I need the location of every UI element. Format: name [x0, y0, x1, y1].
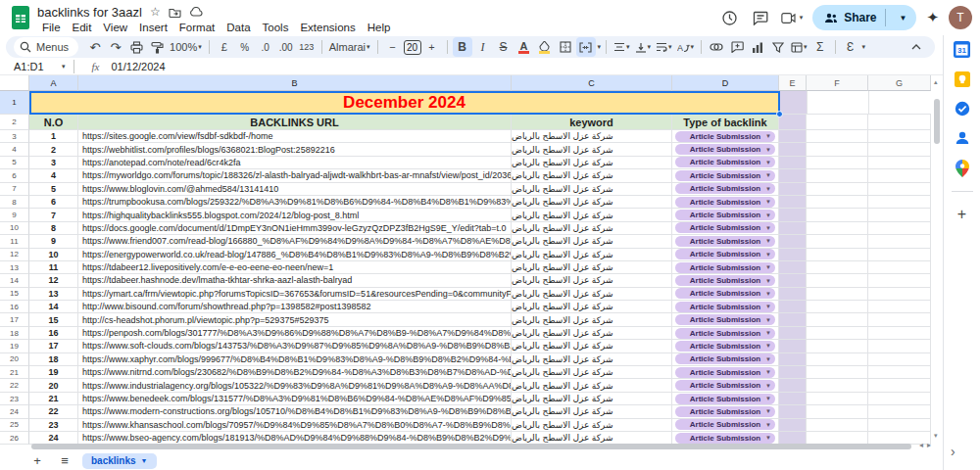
contacts-icon[interactable]: [955, 130, 970, 146]
vertical-align-button[interactable]: ▾: [633, 37, 654, 57]
cell-url[interactable]: https://energypowerworld.co.uk/read-blog…: [78, 249, 512, 261]
cell-keyword[interactable]: شركة عزل الاسطح بالرياض: [512, 327, 672, 340]
script-e-button[interactable]: Ɛ: [841, 37, 860, 57]
table-views-button[interactable]: ▾: [789, 37, 809, 57]
cell-no[interactable]: 2: [29, 143, 78, 156]
row-header-20[interactable]: 20: [0, 353, 29, 366]
type-dropdown-chip[interactable]: Article Submission▼: [675, 367, 775, 378]
horizontal-align-button[interactable]: ▾: [612, 37, 632, 57]
menu-extensions[interactable]: Extensions: [295, 22, 360, 37]
share-caret-icon[interactable]: ▼: [894, 14, 913, 23]
select-all-corner[interactable]: [0, 75, 29, 91]
cell-keyword[interactable]: شركة عزل الاسطح بالرياض: [512, 169, 672, 182]
row-header-15[interactable]: 15: [0, 288, 29, 301]
cell-e[interactable]: [779, 313, 807, 326]
cell-e[interactable]: [779, 340, 807, 352]
cell-e[interactable]: [779, 157, 807, 169]
cell-keyword[interactable]: شركة عزل الاسطح بالرياض: [512, 379, 672, 392]
cell-type[interactable]: Article Submission▼: [672, 301, 779, 313]
row-header-19[interactable]: 19: [0, 340, 29, 352]
type-dropdown-chip[interactable]: Article Submission▼: [675, 302, 775, 312]
type-dropdown-chip[interactable]: Article Submission▼: [675, 157, 775, 167]
type-dropdown-chip[interactable]: Article Submission▼: [675, 275, 775, 286]
fill-handle[interactable]: [776, 111, 783, 118]
meet-video-icon[interactable]: ▾: [781, 7, 803, 28]
chip-caret-icon[interactable]: ▼: [765, 147, 771, 153]
row-header-14[interactable]: 14: [0, 274, 29, 287]
paint-format-button[interactable]: [147, 37, 167, 57]
text-rotation-button[interactable]: A▾: [675, 37, 697, 57]
menu-view[interactable]: View: [98, 22, 132, 37]
toolbar-collapse-button[interactable]: [911, 36, 921, 58]
font-size-increase-button[interactable]: +: [422, 37, 442, 57]
type-dropdown-chip[interactable]: Article Submission▼: [675, 419, 775, 430]
cell-g[interactable]: [868, 157, 931, 169]
cell-g[interactable]: [868, 366, 931, 379]
cell-f[interactable]: [807, 274, 868, 287]
redo-button[interactable]: ↷: [106, 37, 125, 57]
meet-caret-icon[interactable]: ▾: [800, 14, 804, 22]
cell-g[interactable]: [868, 353, 931, 366]
menu-format[interactable]: Format: [174, 22, 220, 37]
cell-f[interactable]: [807, 313, 868, 326]
cell-type[interactable]: Article Submission▼: [672, 196, 779, 209]
chip-caret-icon[interactable]: ▼: [765, 291, 771, 297]
maps-icon[interactable]: [956, 160, 969, 177]
cell-keyword[interactable]: شركة عزل الاسطح بالرياض: [512, 157, 672, 169]
cell-type[interactable]: Article Submission▼: [672, 405, 779, 418]
column-header-A[interactable]: A: [29, 75, 78, 91]
cell-url[interactable]: https://www.khansaschool.com/blogs/70957…: [78, 419, 512, 432]
script-e-caret-icon[interactable]: ▾: [862, 43, 866, 51]
row-header-6[interactable]: 6: [0, 169, 29, 182]
chip-caret-icon[interactable]: ▼: [765, 172, 771, 178]
cell-keyword[interactable]: شركة عزل الاسطح بالرياض: [512, 274, 672, 287]
cell-f[interactable]: [807, 405, 868, 418]
chip-caret-icon[interactable]: ▼: [765, 422, 771, 428]
type-dropdown-chip[interactable]: Article Submission▼: [675, 341, 775, 352]
cell-url[interactable]: https://www.industrialagency.org/blogs/1…: [78, 379, 512, 392]
row-header-1[interactable]: 1: [0, 91, 29, 115]
cell-e[interactable]: [779, 288, 807, 301]
row-header-25[interactable]: 25: [0, 419, 29, 432]
header-cell-type[interactable]: Type of backlink: [672, 115, 779, 130]
cell-e[interactable]: [779, 143, 807, 156]
menu-help[interactable]: Help: [363, 22, 396, 37]
cell-type[interactable]: Article Submission▼: [672, 157, 779, 169]
share-button[interactable]: Share ▼: [812, 5, 916, 30]
cell-no[interactable]: 14: [29, 301, 78, 313]
formula-value[interactable]: 01/12/2024: [111, 61, 165, 72]
type-dropdown-chip[interactable]: Article Submission▼: [675, 288, 775, 299]
bold-button[interactable]: B: [453, 37, 472, 57]
row-header-22[interactable]: 22: [0, 379, 29, 392]
row-header-7[interactable]: 7: [0, 183, 29, 196]
chip-caret-icon[interactable]: ▼: [765, 264, 771, 270]
cell-e[interactable]: [779, 327, 807, 340]
cell-type[interactable]: Article Submission▼: [672, 313, 779, 326]
cell-f[interactable]: [807, 249, 868, 261]
cell-type[interactable]: Article Submission▼: [672, 209, 779, 221]
cell-type[interactable]: Article Submission▼: [672, 366, 779, 379]
cell-url[interactable]: https://ymart.ca/frm/viewtopic.php?forum…: [78, 288, 512, 301]
cell-g[interactable]: [868, 393, 931, 405]
type-dropdown-chip[interactable]: Article Submission▼: [675, 314, 775, 325]
cell-g[interactable]: [868, 261, 931, 274]
cell-no[interactable]: 20: [29, 379, 78, 392]
cell-no[interactable]: 1: [29, 130, 78, 143]
cell-f[interactable]: [807, 261, 868, 274]
cell-f[interactable]: [807, 143, 868, 156]
cell-keyword[interactable]: شركة عزل الاسطح بالرياض: [512, 393, 672, 405]
chip-caret-icon[interactable]: ▼: [765, 252, 771, 258]
cell-keyword[interactable]: شركة عزل الاسطح بالرياض: [512, 405, 672, 418]
cell-url[interactable]: https://penposh.com/blogs/301777/%D8%A3%…: [78, 327, 512, 340]
cell-type[interactable]: Article Submission▼: [672, 379, 779, 392]
type-dropdown-chip[interactable]: Article Submission▼: [675, 406, 775, 417]
cell-no[interactable]: 13: [29, 288, 78, 301]
cell-type[interactable]: Article Submission▼: [672, 261, 779, 274]
cell-f[interactable]: [807, 130, 868, 143]
cell-url[interactable]: https://www.friend007.com/read-blog/1668…: [78, 235, 512, 248]
cloud-status-icon[interactable]: [189, 7, 203, 17]
cell-type[interactable]: Article Submission▼: [672, 222, 779, 235]
header-cell-url[interactable]: BACKLINKS URL: [78, 115, 512, 130]
cell-url[interactable]: https://myworldgo.com/forums/topic/18832…: [78, 169, 512, 182]
cell-no[interactable]: 8: [29, 222, 78, 235]
